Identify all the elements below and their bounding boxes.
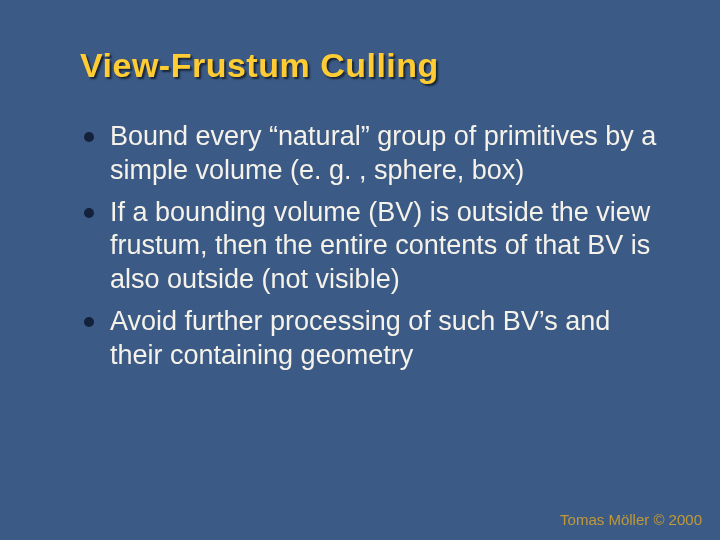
- slide-title: View-Frustum Culling: [80, 46, 680, 85]
- slide-footer: Tomas Möller © 2000: [560, 511, 702, 528]
- bullet-list: Bound every “natural” group of primitive…: [80, 120, 670, 372]
- title-wrap: View-Frustum Culling: [80, 46, 680, 85]
- bullet-item: Avoid further processing of such BV’s an…: [80, 305, 670, 373]
- slide-body: Bound every “natural” group of primitive…: [80, 120, 670, 380]
- bullet-item: If a bounding volume (BV) is outside the…: [80, 196, 670, 297]
- slide: View-Frustum Culling Bound every “natura…: [0, 0, 720, 540]
- bullet-item: Bound every “natural” group of primitive…: [80, 120, 670, 188]
